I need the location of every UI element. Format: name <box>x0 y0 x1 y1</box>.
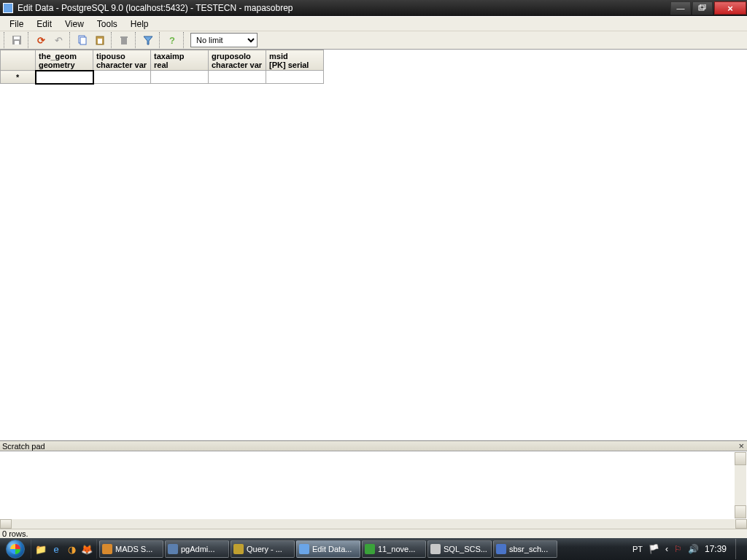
grid-corner[interactable] <box>1 50 36 71</box>
column-name: the_geom <box>39 52 77 61</box>
refresh-button[interactable]: ⟳ <box>33 32 49 48</box>
help-button[interactable]: ? <box>164 32 180 48</box>
scratch-pad-label: Scratch pad <box>2 442 45 451</box>
clock[interactable]: 17:39 <box>705 544 727 554</box>
grid-cell[interactable] <box>209 71 266 84</box>
grid-cell[interactable] <box>93 71 151 84</box>
column-header[interactable]: gruposolocharacter var <box>209 50 266 71</box>
status-bar: 0 rows. <box>0 529 747 538</box>
toolbar-grip <box>183 32 185 48</box>
column-header[interactable]: msid[PK] serial <box>266 50 324 71</box>
title-bar: Edit Data - PostgreSQL 9.0 (localhost:54… <box>0 0 747 16</box>
vertical-scrollbar[interactable] <box>735 452 746 518</box>
row-limit-select[interactable]: No limit <box>190 33 258 47</box>
column-type: geometry <box>39 61 90 69</box>
taskbar-item-label: SQL_SCS... <box>444 545 487 553</box>
grid-cell[interactable] <box>151 71 209 84</box>
tray-chevron-icon[interactable]: ‹ <box>665 544 668 554</box>
maximize-restore-button[interactable] <box>692 1 713 15</box>
taskbar-item-label: pgAdmi... <box>181 545 214 553</box>
scratch-close-icon[interactable]: × <box>738 440 744 451</box>
taskbar-app-icon <box>168 544 178 554</box>
svg-rect-6 <box>80 37 86 44</box>
svg-rect-1 <box>700 4 705 9</box>
taskbar-item-label: Query - ... <box>247 545 282 553</box>
tray-action-icon[interactable]: ⚐ <box>674 544 682 554</box>
column-name: gruposolo <box>212 52 251 61</box>
app-icon <box>3 3 13 13</box>
svg-rect-0 <box>699 6 704 10</box>
taskbar: 📁 e ◑ 🦊 MADS S...pgAdmi...Query - ...Edi… <box>0 538 747 560</box>
svg-rect-9 <box>121 38 127 44</box>
undo-button[interactable]: ↶ <box>50 32 66 48</box>
row-header[interactable]: * <box>1 71 36 84</box>
save-button[interactable] <box>9 32 25 48</box>
system-tray: PT 🏳️ ‹ ⚐ 🔊 17:39 <box>632 539 747 559</box>
taskbar-item[interactable]: SQL_SCS... <box>427 540 492 558</box>
taskbar-item[interactable]: Query - ... <box>231 540 295 558</box>
column-type: character var <box>212 61 263 69</box>
toolbar-separator <box>69 32 71 48</box>
taskbar-app-icon <box>496 544 506 554</box>
svg-rect-8 <box>98 39 102 44</box>
taskbar-item[interactable]: pgAdmi... <box>165 540 229 558</box>
taskbar-item[interactable]: 11_nove... <box>362 540 426 558</box>
svg-rect-4 <box>15 41 19 44</box>
row-count-label: 0 rows. <box>2 529 28 538</box>
close-button[interactable]: × <box>714 1 746 15</box>
start-button[interactable] <box>0 538 31 560</box>
menu-help[interactable]: Help <box>124 18 155 31</box>
menu-file[interactable]: File <box>3 18 30 31</box>
grid-cell[interactable] <box>266 71 324 84</box>
horizontal-scrollbar[interactable] <box>0 519 747 529</box>
pinned-ie-icon[interactable]: e <box>49 540 63 559</box>
menu-edit[interactable]: Edit <box>30 18 58 31</box>
delete-button[interactable] <box>116 32 132 48</box>
paste-button[interactable] <box>92 32 108 48</box>
windows-logo-icon <box>6 540 25 559</box>
new-row[interactable]: * <box>1 71 324 84</box>
window-title: Edit Data - PostgreSQL 9.0 (localhost:54… <box>18 3 670 13</box>
scroll-left-icon[interactable] <box>0 519 12 529</box>
data-grid-area: the_geomgeometry tipousocharacter var ta… <box>0 50 747 440</box>
toolbar-separator <box>28 32 30 48</box>
taskbar-app-icon <box>233 544 244 554</box>
taskbar-item-label: sbsr_sch... <box>509 545 548 553</box>
taskbar-item-label: MADS S... <box>115 545 152 553</box>
column-type: character var <box>96 61 147 69</box>
column-header[interactable]: tipousocharacter var <box>93 50 151 71</box>
minimize-button[interactable]: — <box>670 1 691 15</box>
grid-cell-active[interactable] <box>36 71 93 84</box>
toolbar-grip <box>4 32 6 48</box>
copy-button[interactable] <box>74 32 90 48</box>
pinned-explorer-icon[interactable]: 📁 <box>34 540 48 559</box>
menu-view[interactable]: View <box>58 18 90 31</box>
pinned-apps: 📁 e ◑ 🦊 <box>31 540 97 559</box>
filter-button[interactable] <box>140 32 156 48</box>
column-header[interactable]: taxaimpreal <box>151 50 209 71</box>
scratch-pad-header[interactable]: Scratch pad × <box>0 440 747 451</box>
menu-tools[interactable]: Tools <box>90 18 124 31</box>
svg-rect-10 <box>120 36 128 38</box>
pinned-media-icon[interactable]: ◑ <box>64 540 79 559</box>
taskbar-item[interactable]: Edit Data... <box>296 540 360 558</box>
column-type: [PK] serial <box>269 61 320 69</box>
scroll-right-icon[interactable] <box>735 519 747 529</box>
column-header[interactable]: the_geomgeometry <box>36 50 93 71</box>
data-grid[interactable]: the_geomgeometry tipousocharacter var ta… <box>0 50 324 85</box>
pinned-firefox-icon[interactable]: 🦊 <box>80 540 94 559</box>
taskbar-item[interactable]: MADS S... <box>99 540 163 558</box>
column-name: taxaimp <box>154 52 185 61</box>
tray-flag-icon[interactable]: 🏳️ <box>649 544 659 554</box>
menu-bar: File Edit View Tools Help <box>0 16 747 31</box>
scratch-pad[interactable] <box>0 451 747 519</box>
toolbar: ⟳ ↶ ? No limit <box>0 31 747 50</box>
taskbar-item-label: Edit Data... <box>312 545 352 553</box>
tray-volume-icon[interactable]: 🔊 <box>688 544 699 554</box>
scroll-track[interactable] <box>12 519 735 529</box>
taskbar-item[interactable]: sbsr_sch... <box>493 540 557 558</box>
taskbar-app-icon <box>299 544 309 554</box>
taskbar-item-label: 11_nove... <box>378 545 415 553</box>
language-indicator[interactable]: PT <box>632 545 643 553</box>
show-desktop-button[interactable] <box>735 539 743 559</box>
